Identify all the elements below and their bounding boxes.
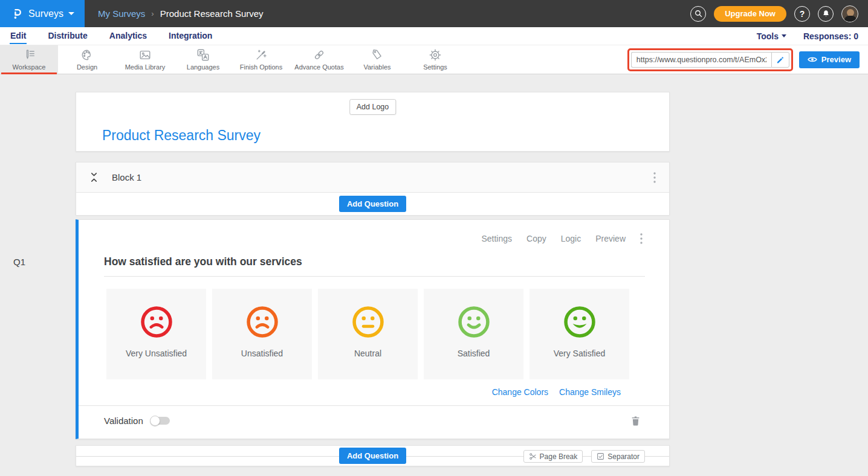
block-footer: Add Question Page Break Separator (76, 445, 670, 466)
question-actions: Settings Copy Logic Preview (79, 220, 669, 246)
delete-question-button[interactable] (631, 416, 640, 426)
question-preview-link[interactable]: Preview (595, 234, 626, 243)
survey-header-card: Add Logo Product Research Survey (76, 92, 670, 152)
smiley-option-links: Change Colors Change Smileys (79, 387, 669, 397)
add-question-row: Add Question (76, 193, 669, 215)
kebab-menu-icon (640, 233, 643, 244)
option-satisfied[interactable]: Satisfied (424, 289, 523, 379)
option-label: Very Satisfied (554, 349, 606, 358)
block-header: Block 1 (76, 162, 669, 193)
breadcrumb-current: Product Research Survey (160, 8, 264, 19)
chevron-down-icon (782, 34, 786, 37)
add-question-button-bottom[interactable]: Add Question (339, 448, 406, 464)
workspace-icon (22, 48, 36, 62)
add-logo-button[interactable]: Add Logo (349, 99, 397, 115)
change-smileys-link[interactable]: Change Smileys (559, 387, 621, 397)
avatar-head (847, 9, 854, 16)
bell-icon (821, 9, 831, 18)
gear-icon (429, 48, 442, 62)
toggle-knob (150, 416, 160, 426)
neutral-smiley-icon (351, 304, 386, 339)
chevron-down-icon (68, 12, 74, 15)
validation-label: Validation (104, 416, 143, 426)
tool-label: Languages (187, 63, 219, 71)
survey-url-input[interactable] (631, 52, 771, 68)
toolbar-item-advance-quotas[interactable]: Advance Quotas (290, 45, 348, 74)
toolbar-right: Preview (627, 45, 868, 74)
tool-label: Settings (423, 63, 447, 71)
breadcrumb-my-surveys[interactable]: My Surveys (98, 8, 145, 19)
smiley-scale: Very Unsatisfied Unsatisfied Neutral Sat… (106, 289, 669, 379)
tool-label: Workspace (13, 63, 46, 71)
option-label: Very Unsatisfied (126, 349, 187, 358)
user-avatar[interactable] (841, 5, 858, 22)
translate-icon (196, 48, 210, 62)
option-neutral[interactable]: Neutral (318, 289, 418, 379)
breadcrumb: My Surveys › Product Research Survey (98, 8, 264, 19)
block-card: Block 1 Add Question (76, 162, 670, 215)
option-unsatisfied[interactable]: Unsatisfied (212, 289, 312, 379)
validation-toggle[interactable] (151, 417, 170, 425)
question-text-field[interactable]: How satisfied are you with our services (104, 256, 645, 277)
toolbar-item-media-library[interactable]: Media Library (116, 45, 174, 74)
product-switcher[interactable]: Surveys (0, 0, 85, 27)
edit-url-button[interactable] (771, 52, 789, 68)
tool-label: Finish Options (240, 63, 282, 71)
survey-url-group (631, 52, 789, 68)
collapse-vertical-icon (89, 172, 99, 183)
tool-label: Variables (363, 63, 390, 71)
tab-analytics[interactable]: Analytics (109, 28, 147, 44)
survey-title[interactable]: Product Research Survey (102, 127, 261, 144)
option-label: Unsatisfied (241, 349, 283, 358)
topbar-actions: Upgrade Now ? (690, 5, 868, 22)
change-colors-link[interactable]: Change Colors (492, 387, 548, 397)
question-copy-link[interactable]: Copy (526, 234, 546, 243)
search-icon (694, 9, 703, 18)
block-title: Block 1 (112, 172, 141, 182)
block-menu-button[interactable] (651, 170, 658, 185)
tab-edit[interactable]: Edit (10, 28, 27, 44)
preview-button[interactable]: Preview (799, 51, 860, 68)
tool-label: Design (77, 63, 97, 71)
upgrade-now-button[interactable]: Upgrade Now (714, 6, 786, 22)
option-label: Satisfied (458, 349, 490, 358)
option-label: Neutral (354, 349, 381, 358)
question-menu-button[interactable] (638, 231, 645, 246)
option-very-satisfied[interactable]: Very Satisfied (530, 289, 629, 379)
question-logic-link[interactable]: Logic (561, 234, 581, 243)
toolbar-item-design[interactable]: Design (58, 45, 116, 74)
collapse-block-button[interactable] (89, 172, 99, 183)
toolbar-item-finish-options[interactable]: Finish Options (232, 45, 290, 74)
footer-insert-buttons: Page Break Separator (523, 450, 645, 463)
scissors-icon (529, 452, 537, 460)
toolbar-item-settings[interactable]: Settings (406, 45, 464, 74)
search-button[interactable] (690, 6, 706, 22)
add-question-button-top[interactable]: Add Question (339, 196, 406, 212)
separator-button[interactable]: Separator (591, 450, 645, 463)
very-unsatisfied-smiley-icon (139, 304, 174, 339)
responses-count: Responses: 0 (803, 31, 858, 41)
page-break-button[interactable]: Page Break (523, 450, 583, 463)
tool-label: Media Library (125, 63, 166, 71)
link-icon (313, 48, 326, 62)
toolbar-item-workspace[interactable]: Workspace (0, 45, 58, 74)
help-button[interactable]: ? (794, 6, 810, 22)
page-break-label: Page Break (540, 452, 578, 461)
question-mark-icon: ? (800, 9, 805, 19)
checkbox-icon (597, 452, 604, 460)
toolbar-item-languages[interactable]: Languages (174, 45, 232, 74)
nav-right: Tools Responses: 0 (757, 31, 858, 41)
preview-label: Preview (821, 55, 851, 64)
url-highlight-annotation (627, 48, 793, 71)
tab-distribute[interactable]: Distribute (47, 28, 88, 44)
toolbar-item-variables[interactable]: Variables (348, 45, 406, 74)
question-settings-link[interactable]: Settings (481, 234, 512, 243)
notifications-button[interactable] (818, 6, 834, 22)
question-text[interactable]: How satisfied are you with our services (104, 256, 302, 268)
kebab-menu-icon (653, 172, 656, 183)
magic-wand-icon (254, 48, 268, 62)
option-very-unsatisfied[interactable]: Very Unsatisfied (106, 289, 206, 379)
tab-integration[interactable]: Integration (168, 28, 213, 44)
tools-menu[interactable]: Tools (757, 31, 786, 41)
separator-label: Separator (607, 452, 640, 461)
